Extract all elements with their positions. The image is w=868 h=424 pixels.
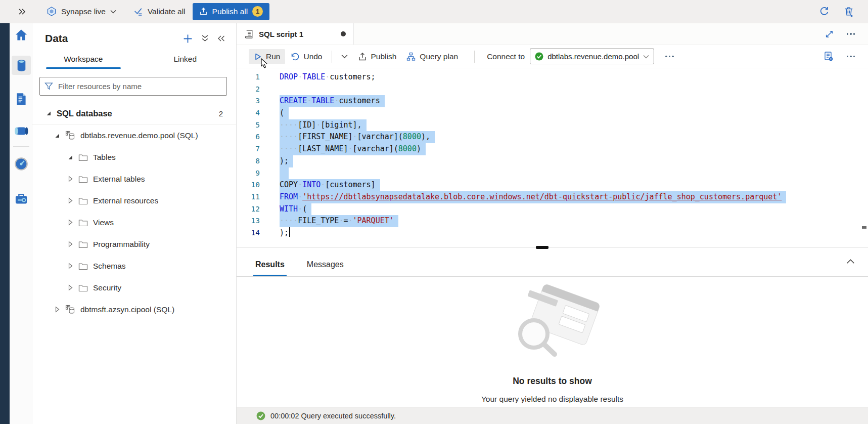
code-line-2[interactable]: 2 (237, 83, 868, 96)
chevron-collapsed-icon[interactable] (67, 284, 73, 291)
line-number: 6 (237, 131, 260, 143)
filter-resources-input[interactable] (57, 81, 222, 91)
tree-item-tables[interactable]: Tables (32, 146, 236, 168)
code-line-text[interactable]: FROM·'https://dbtlabsynapsedatalake.blob… (280, 191, 786, 203)
tab-sql-script-1[interactable]: SQL script 1 (237, 23, 354, 45)
chevron-expanded-icon[interactable] (54, 133, 60, 139)
code-line-text[interactable]: ····[LAST_NAME]·[varchar](8000) (280, 143, 426, 155)
chevron-collapsed-icon[interactable] (54, 306, 60, 313)
chevron-collapsed-icon[interactable] (67, 197, 73, 204)
sql-code-editor[interactable]: 1DROP·TABLE·customers;23CREATE·TABLE·cus… (237, 68, 868, 247)
code-line-text[interactable]: WITH·( (280, 203, 311, 216)
environment-selector[interactable]: Synapse live (47, 6, 116, 17)
tab-linked[interactable]: Linked (134, 50, 237, 70)
code-line-10[interactable]: 10COPY·INTO·[customers] (237, 179, 868, 191)
line-number: 2 (237, 83, 260, 96)
line-number: 7 (237, 143, 260, 155)
code-line-text[interactable]: ····FILE_TYPE·=·'PARQUET' (280, 215, 398, 227)
tree-item-external-tables[interactable]: External tables (32, 168, 236, 190)
code-line-3[interactable]: 3CREATE·TABLE·customers (237, 95, 868, 107)
toolbox-icon (14, 192, 28, 205)
chevron-collapsed-icon[interactable] (67, 263, 73, 269)
tree-item-dbtlabs-revenue-demo-pool-sql[interactable]: dbtlabs.revenue.demo.pool (SQL) (32, 124, 236, 146)
expand-editor-icon[interactable] (825, 30, 834, 38)
chevron-collapsed-icon[interactable] (67, 241, 73, 247)
chevron-expanded-icon[interactable] (67, 154, 73, 160)
publish-label: Publish (371, 52, 397, 61)
query-plan-button[interactable]: Query plan (401, 49, 463, 64)
code-line-text[interactable]: DROP·TABLE·customers; (280, 71, 376, 83)
code-line-9[interactable]: 9 (237, 167, 868, 180)
publish-all-button[interactable]: Publish all 1 (193, 3, 270, 20)
tree-item-dbtmsft-azsyn-cipool-sql[interactable]: dbtmsft.azsyn.cipool (SQL) (32, 299, 236, 320)
tree-item-external-resources[interactable]: External resources (32, 190, 236, 211)
chevron-collapsed-icon[interactable] (67, 219, 73, 226)
code-line-text[interactable]: COPY·INTO·[customers] (280, 179, 380, 191)
nav-home-button[interactable] (12, 25, 31, 45)
collapse-panel-icon[interactable] (217, 35, 225, 42)
tab-workspace[interactable]: Workspace (32, 50, 134, 70)
expand-panel-icon[interactable] (18, 8, 26, 15)
code-line-text[interactable]: ····[ID]·[bigint], (280, 119, 367, 132)
code-line-12[interactable]: 12WITH·( (237, 203, 868, 216)
tree-item-schemas[interactable]: Schemas (32, 255, 236, 277)
results-splitter[interactable] (237, 247, 868, 250)
code-line-text[interactable]: CREATE·TABLE·customers (280, 95, 385, 107)
code-line-8[interactable]: 8); (237, 155, 868, 167)
tree-item-security[interactable]: Security (32, 277, 236, 299)
code-line-text[interactable]: ····[FIRST_NAME]·[varchar](8000), (280, 131, 435, 143)
editor-more-actions-icon[interactable] (847, 56, 855, 58)
add-resource-button[interactable] (183, 34, 193, 44)
editor-overview-ruler[interactable] (861, 68, 868, 247)
run-button[interactable]: Run (249, 49, 285, 64)
undo-dropdown[interactable] (336, 51, 353, 62)
chevron-expanded-icon[interactable] (45, 110, 52, 116)
code-line-6[interactable]: 6····[FIRST_NAME]·[varchar](8000), (237, 131, 868, 143)
code-line-7[interactable]: 7····[LAST_NAME]·[varchar](8000) (237, 143, 868, 155)
tree-item-sql-database[interactable]: SQL database2 (32, 103, 236, 124)
collapse-all-icon[interactable] (201, 34, 209, 43)
code-line-13[interactable]: 13····FILE_TYPE·=·'PARQUET' (237, 215, 868, 227)
tab-results[interactable]: Results (255, 260, 285, 276)
publish-button[interactable]: Publish (353, 49, 402, 64)
tree-item-programmability[interactable]: Programmability (32, 233, 236, 255)
script-properties-icon[interactable] (824, 51, 834, 62)
tree-item-views[interactable]: Views (32, 211, 236, 233)
code-line-14[interactable]: 14); (237, 227, 868, 239)
nav-manage-button[interactable] (12, 189, 31, 208)
code-line-11[interactable]: 11FROM·'https://dbtlabsynapsedatalake.bl… (237, 191, 868, 203)
code-line-text[interactable]: ); (280, 227, 290, 239)
code-line-4[interactable]: 4( (237, 107, 868, 119)
code-line-text[interactable]: ); (280, 155, 293, 167)
nav-data-button[interactable] (12, 56, 31, 75)
nav-monitor-button[interactable] (12, 154, 31, 174)
code-line-1[interactable]: 1DROP·TABLE·customers; (237, 71, 868, 83)
collapse-results-icon[interactable] (846, 259, 855, 264)
validate-all-button[interactable]: Validate all (133, 7, 186, 16)
chevron-collapsed-icon[interactable] (67, 176, 73, 182)
document-icon (15, 92, 28, 106)
refresh-icon[interactable] (819, 6, 830, 17)
code-line-5[interactable]: 5····[ID]·[bigint], (237, 119, 868, 132)
empty-results-title: No results to show (513, 376, 592, 387)
code-line-text[interactable]: ( (280, 107, 289, 119)
toolbar-more-actions-icon[interactable] (665, 56, 674, 58)
discard-trash-icon[interactable] (844, 6, 854, 17)
synapse-studio-window: Synapse live Validate all Publish all 1 (0, 0, 868, 424)
tab-more-actions-icon[interactable] (847, 33, 855, 35)
item-count: 2 (219, 109, 223, 118)
pool-selector-dropdown[interactable]: dbtlabs.revenue.demo.pool (530, 49, 654, 64)
empty-results-subtitle: Your query yielded no displayable result… (481, 395, 623, 404)
query-status-bar: 00:00:02 Query executed successfully. (237, 407, 868, 424)
tree-item-label: External resources (93, 196, 158, 205)
line-number: 8 (237, 155, 260, 167)
tab-messages[interactable]: Messages (307, 260, 344, 276)
nav-integrate-button[interactable] (12, 121, 31, 141)
nav-develop-button[interactable] (12, 90, 31, 109)
undo-button[interactable]: Undo (285, 49, 327, 64)
tree-item-label: External tables (93, 175, 145, 184)
filter-funnel-icon (44, 82, 53, 91)
tree-item-label: Security (93, 283, 121, 292)
splitter-drag-handle[interactable] (536, 246, 549, 249)
code-line-text[interactable] (280, 167, 289, 180)
